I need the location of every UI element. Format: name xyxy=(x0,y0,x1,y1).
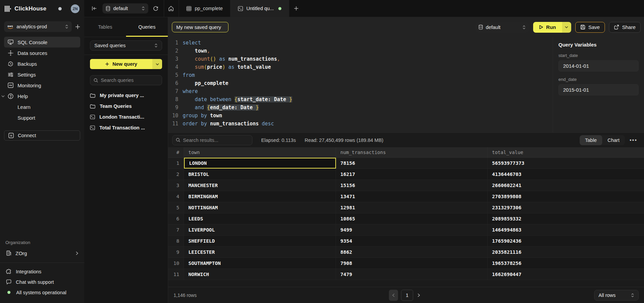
database-select[interactable]: default xyxy=(102,3,148,13)
table-cell[interactable]: 4136446703 xyxy=(488,169,644,180)
results-search-input[interactable] xyxy=(183,138,249,143)
row-index-cell[interactable]: 2 xyxy=(168,169,184,180)
code-line[interactable]: 4sum(price) as total_value xyxy=(168,63,553,71)
code-line[interactable]: 9and {end_date: Date } xyxy=(168,103,553,112)
connect-button[interactable]: Connect xyxy=(4,130,80,141)
start-date-input[interactable] xyxy=(558,60,639,71)
table-row[interactable]: 9LEICESTER88622035821116 xyxy=(168,247,644,258)
table-row[interactable]: 3MANCHESTER151562660602241 xyxy=(168,180,644,191)
list-item-total-transactions[interactable]: Total Transaction ... xyxy=(90,122,162,133)
code-line[interactable]: 2town, xyxy=(168,47,553,55)
table-row[interactable]: 5NOTTINGHAM129812313297306 xyxy=(168,202,644,213)
notification-dot[interactable] xyxy=(58,7,62,10)
prev-page-button[interactable] xyxy=(389,290,398,301)
system-status[interactable]: All systems operational xyxy=(6,287,78,298)
sql-code[interactable]: 1select2town,3count() as num_transaction… xyxy=(168,39,553,128)
table-cell[interactable]: 15156 xyxy=(336,180,488,191)
more-options-icon[interactable]: ••• xyxy=(630,137,637,143)
table-cell[interactable]: 9499 xyxy=(336,224,488,235)
table-cell[interactable]: 7908 xyxy=(336,258,488,269)
sidebar-item-learn[interactable]: Learn xyxy=(4,101,80,112)
column-header[interactable]: town xyxy=(184,147,336,157)
table-cell[interactable]: LEICESTER xyxy=(184,247,336,257)
table-cell[interactable]: 56593977373 xyxy=(488,158,644,169)
new-query-options-chevron[interactable] xyxy=(152,59,162,69)
table-row[interactable]: 10SOUTHAMPTON79081965378256 xyxy=(168,258,644,269)
organization-switcher[interactable]: ZOrg xyxy=(4,248,80,259)
end-date-input[interactable] xyxy=(558,84,639,95)
code-line[interactable]: 7where xyxy=(168,87,553,95)
table-cell[interactable]: BRISTOL xyxy=(184,169,336,180)
table-cell[interactable]: 2660602241 xyxy=(488,180,644,191)
service-select[interactable]: aws analytics-prod xyxy=(4,21,72,32)
column-header[interactable]: num_transactions xyxy=(336,147,488,157)
share-button[interactable]: Share xyxy=(609,22,641,33)
table-cell[interactable]: 2089859332 xyxy=(488,213,644,224)
list-item-private-queries[interactable]: My private query ... xyxy=(90,90,162,101)
table-row[interactable]: 2BRISTOL162174136446703 xyxy=(168,169,644,180)
view-table-button[interactable]: Table xyxy=(580,135,602,145)
table-row[interactable]: 8SHEFFIELD93541765902436 xyxy=(168,236,644,247)
tab-untitled-query[interactable]: Untitled qu... xyxy=(231,0,289,17)
collapse-sidebar-icon[interactable] xyxy=(92,6,97,11)
run-database-select[interactable]: default xyxy=(475,22,529,33)
code-line[interactable]: 10group by town xyxy=(168,112,553,120)
save-button[interactable]: Save xyxy=(575,22,605,33)
row-index-cell[interactable]: 6 xyxy=(168,213,184,224)
sidebar-item-monitoring[interactable]: Monitoring xyxy=(4,80,80,91)
query-name-input[interactable] xyxy=(172,22,228,32)
table-cell[interactable]: NOTTINGHAM xyxy=(184,202,336,213)
table-cell[interactable]: 1965378256 xyxy=(488,258,644,269)
query-search-input[interactable] xyxy=(101,78,158,83)
sidebar-item-sql-console[interactable]: SQL Console xyxy=(4,37,80,48)
sidebar-item-settings[interactable]: Settings xyxy=(4,69,80,80)
column-header[interactable]: # xyxy=(168,147,184,157)
table-cell[interactable]: NORWICH xyxy=(184,269,336,280)
refresh-icon[interactable] xyxy=(153,6,158,11)
code-line[interactable]: 8date between {start_date: Date } xyxy=(168,95,553,103)
sidebar-item-backups[interactable]: Backups xyxy=(4,58,80,69)
sidebar-item-integrations[interactable]: Integrations xyxy=(6,266,78,277)
table-cell[interactable]: LEEDS xyxy=(184,213,336,224)
view-chart-button[interactable]: Chart xyxy=(602,135,625,145)
page-size-select[interactable]: All rows xyxy=(594,290,639,301)
run-button[interactable]: Run xyxy=(533,22,571,33)
next-page-button[interactable] xyxy=(416,293,421,297)
table-cell[interactable]: 2035821116 xyxy=(488,247,644,257)
table-cell[interactable]: 10865 xyxy=(336,213,488,224)
sidebar-item-help[interactable]: Help xyxy=(4,91,80,101)
table-cell[interactable]: 9354 xyxy=(336,236,488,246)
table-cell[interactable]: 7479 xyxy=(336,269,488,280)
table-cell[interactable]: 1765902436 xyxy=(488,236,644,246)
home-icon[interactable] xyxy=(168,6,174,11)
table-cell[interactable]: LIVERPOOL xyxy=(184,224,336,235)
row-index-cell[interactable]: 8 xyxy=(168,236,184,246)
tab-queries[interactable]: Queries xyxy=(126,17,168,37)
table-cell[interactable]: SHEFFIELD xyxy=(184,236,336,246)
table-cell[interactable]: BIRMINGHAM xyxy=(184,191,336,202)
code-line[interactable]: 3count() as num_transactions, xyxy=(168,55,553,63)
chevron-down-icon[interactable] xyxy=(1,95,5,97)
tab-tables[interactable]: Tables xyxy=(84,17,126,37)
list-item-team-queries[interactable]: Team Queries xyxy=(90,101,162,112)
tab-pp-complete[interactable]: pp_complete xyxy=(179,0,231,17)
table-cell[interactable]: SOUTHAMPTON xyxy=(184,258,336,269)
table-cell[interactable]: 2703899808 xyxy=(488,191,644,202)
row-index-cell[interactable]: 1 xyxy=(168,158,184,169)
table-cell[interactable]: 13471 xyxy=(336,191,488,202)
run-options-chevron[interactable] xyxy=(562,22,571,33)
code-line[interactable]: 5from xyxy=(168,71,553,79)
table-cell[interactable]: 2313297306 xyxy=(488,202,644,213)
avatar[interactable]: ZN xyxy=(71,4,80,13)
table-cell[interactable]: 1662690447 xyxy=(488,269,644,280)
row-index-cell[interactable]: 5 xyxy=(168,202,184,213)
table-row[interactable]: 7LIVERPOOL94991464994863 xyxy=(168,224,644,236)
row-index-cell[interactable]: 11 xyxy=(168,269,184,280)
new-query-button[interactable]: New query xyxy=(90,59,162,69)
row-index-cell[interactable]: 7 xyxy=(168,224,184,235)
new-tab-button[interactable] xyxy=(294,6,299,11)
sidebar-item-support[interactable]: Support xyxy=(4,112,80,123)
sidebar-item-data-sources[interactable]: Data sources xyxy=(4,48,80,58)
column-header[interactable]: total_value xyxy=(488,147,644,157)
row-index-cell[interactable]: 10 xyxy=(168,258,184,269)
